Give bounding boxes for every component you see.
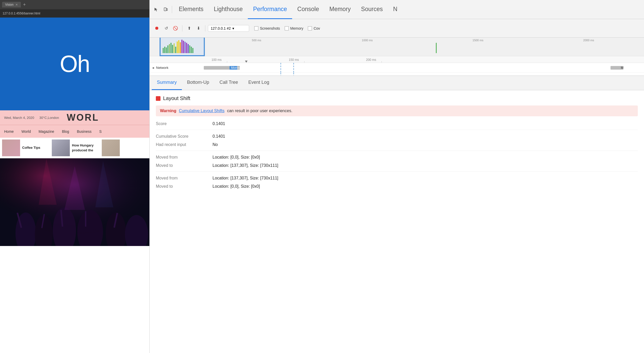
dashed-line-2 xyxy=(293,63,294,72)
tab-more[interactable]: N xyxy=(388,0,403,19)
list-item[interactable] xyxy=(100,138,149,158)
tab-memory[interactable]: Memory xyxy=(324,0,356,19)
ruler-200ms: 200 ms xyxy=(366,58,376,62)
separator xyxy=(205,25,205,31)
svg-rect-40 xyxy=(436,43,437,53)
nav-home[interactable]: Home xyxy=(4,129,14,134)
concert-image xyxy=(0,158,149,246)
tick-line xyxy=(382,61,382,63)
dashed-line-3 xyxy=(281,73,281,76)
playhead-marker xyxy=(245,61,248,63)
nav-more[interactable]: S xyxy=(99,129,101,134)
memory-checkbox[interactable] xyxy=(285,26,289,30)
refresh-button[interactable]: ↺ xyxy=(162,24,170,32)
tab-call-tree[interactable]: Call Tree xyxy=(214,76,243,90)
article-title: How Hungary produced the xyxy=(72,143,97,152)
detail-row-score: Score 0.1401 xyxy=(156,121,638,126)
timeline-area[interactable]: 500 ms 1000 ms 1500 ms 2000 ms 100 ms 15… xyxy=(150,38,644,76)
tab-performance[interactable]: Performance xyxy=(248,0,292,19)
coverage-label: Cov xyxy=(313,26,320,30)
track-network: ▶ Network Montserrat... M xyxy=(150,63,644,73)
warning-text: can result in poor user experiences. xyxy=(227,109,292,113)
site-news-bar: Wed, March 4, 2020 30°C,London WORL xyxy=(0,110,149,125)
nav-world[interactable]: World xyxy=(21,129,31,134)
coverage-checkbox-label[interactable]: Cov xyxy=(308,26,320,30)
tab-close-icon[interactable]: ✕ xyxy=(15,3,18,6)
divider xyxy=(156,130,638,130)
detail-row-moved-from-1: Moved from Location: [0,0], Size: [0x0] xyxy=(156,155,638,160)
coverage-checkbox[interactable] xyxy=(308,26,312,30)
screenshots-checkbox-label[interactable]: Screenshots xyxy=(254,26,280,30)
new-tab-button[interactable]: + xyxy=(23,2,26,7)
track-interactions-label[interactable]: ▶ Interactions xyxy=(150,76,196,76)
memory-checkbox-label[interactable]: Memory xyxy=(285,26,303,30)
tab-lighthouse[interactable]: Lighthouse xyxy=(209,0,248,19)
network-track-content[interactable]: Montserrat... M xyxy=(196,63,644,72)
score-label: Score xyxy=(156,121,213,126)
browser-tab[interactable]: Vision ✕ xyxy=(2,2,21,7)
detail-row-moved-to-2: Moved to Location: [0,0], Size: [0x0] xyxy=(156,184,638,189)
nav-magazine[interactable]: Magazine xyxy=(39,129,54,134)
devtools-panel: Elements Lighthouse Performance Console … xyxy=(149,0,644,353)
nav-business[interactable]: Business xyxy=(77,129,91,134)
divider xyxy=(156,151,638,151)
record-button[interactable]: ⏺ xyxy=(153,24,161,32)
overview-ruler: 500 ms 1000 ms 1500 ms 2000 ms xyxy=(150,39,644,42)
detail-row-cumulative-score: Cumulative Score 0.1401 xyxy=(156,134,638,139)
article-title: Coffee Tips xyxy=(22,145,40,150)
tab-summary[interactable]: Summary xyxy=(152,76,182,90)
screenshots-checkbox[interactable] xyxy=(254,26,258,30)
browser-tab-bar: Vision ✕ + xyxy=(0,0,149,9)
warning-bar: Warning Cumulative Layout Shifts can res… xyxy=(156,105,638,116)
cumulative-score-label: Cumulative Score xyxy=(156,134,213,139)
tab-elements[interactable]: Elements xyxy=(174,0,209,19)
dashed-line-1 xyxy=(281,63,281,72)
address-bar: 127.0.0.1:4556/banner.html xyxy=(0,9,149,18)
cursor-tool-button[interactable] xyxy=(152,5,161,14)
network-bar-montserrat-blue xyxy=(230,66,237,70)
tab-sources[interactable]: Sources xyxy=(356,0,388,19)
address-text: 127.0.0.1:4556/banner.html xyxy=(3,12,40,15)
warning-link[interactable]: Cumulative Layout Shifts xyxy=(179,109,224,113)
tick-line xyxy=(304,61,304,63)
list-item[interactable]: Coffee Tips xyxy=(0,138,50,158)
performance-toolbar: ⏺ ↺ 🚫 ⬆ ⬇ 127.0.0.1 #2 ▾ Screenshots Mem… xyxy=(150,19,644,38)
moved-to-value-2: Location: [0,0], Size: [0x0] xyxy=(213,184,260,189)
moved-from-label-2: Moved from xyxy=(156,176,213,180)
tab-event-log[interactable]: Event Log xyxy=(243,76,274,90)
memory-label: Memory xyxy=(290,26,303,30)
track-interactions: ▶ Interactions xyxy=(150,73,644,76)
website-preview: Vision ✕ + 127.0.0.1:4556/banner.html Oh… xyxy=(0,0,149,353)
banner-text: Oh xyxy=(60,51,90,77)
tab-console[interactable]: Console xyxy=(292,0,324,19)
tab-bottom-up[interactable]: Bottom-Up xyxy=(182,76,214,90)
tick-line xyxy=(227,61,227,63)
score-value: 0.1401 xyxy=(213,121,225,126)
moved-from-label-1: Moved from xyxy=(156,155,213,160)
tick-1000ms: 1000 ms xyxy=(312,39,423,42)
detail-section-title: Layout Shift xyxy=(156,95,638,101)
upload-button[interactable]: ⬆ xyxy=(185,24,193,32)
list-item[interactable]: How Hungary produced the xyxy=(50,138,99,158)
moved-from-value-1: Location: [0,0], Size: [0x0] xyxy=(213,155,260,160)
nav-blog[interactable]: Blog xyxy=(62,129,69,134)
device-select[interactable]: 127.0.0.1 #2 ▾ xyxy=(208,25,249,32)
track-network-label[interactable]: ▶ Network xyxy=(150,66,196,70)
site-world-heading: WORL xyxy=(67,112,99,123)
bottom-panel: Summary Bottom-Up Call Tree Event Log La… xyxy=(150,76,644,353)
interactions-track-content[interactable] xyxy=(196,73,644,76)
device-mode-button[interactable] xyxy=(161,5,170,14)
clear-button[interactable]: 🚫 xyxy=(171,24,180,32)
timeline-overview[interactable]: 500 ms 1000 ms 1500 ms 2000 ms xyxy=(150,38,644,56)
site-articles: Coffee Tips How Hungary produced the xyxy=(0,138,149,158)
article-thumbnail xyxy=(2,139,20,156)
chevron-down-icon: ▾ xyxy=(232,26,234,30)
svg-rect-12 xyxy=(85,211,86,227)
detail-row-recent-input: Had recent input No xyxy=(156,142,638,147)
moved-to-value-1: Location: [137,307], Size: [730x111] xyxy=(213,163,278,168)
moved-from-value-2: Location: [137,307], Size: [730x111] xyxy=(213,176,278,180)
interactions-label-text: Interactions xyxy=(156,76,173,76)
moved-to-label-2: Moved to xyxy=(156,184,213,189)
download-button[interactable]: ⬇ xyxy=(194,24,202,32)
ruler-100ms: 100 ms xyxy=(211,58,222,62)
